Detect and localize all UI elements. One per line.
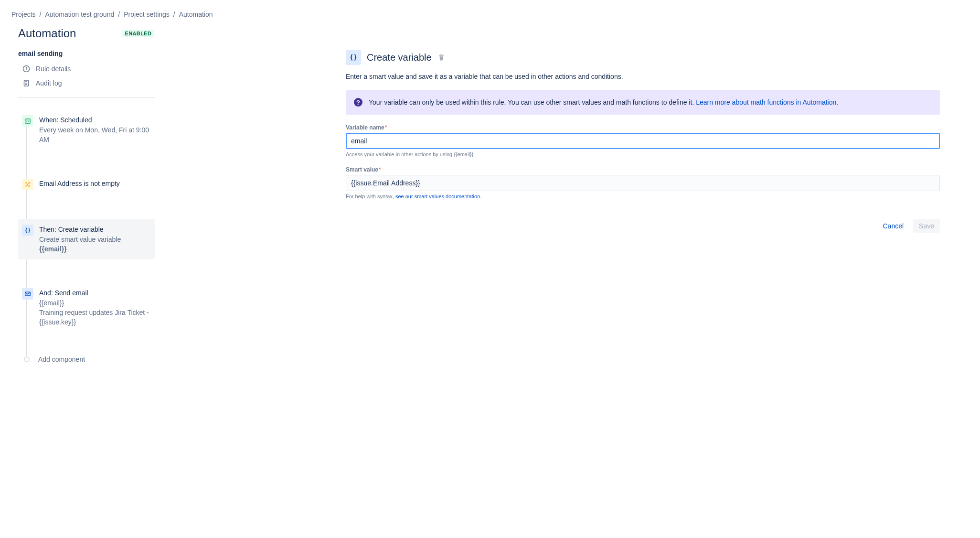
status-badge: ENABLED bbox=[122, 30, 154, 37]
svg-text:?: ? bbox=[356, 99, 360, 106]
flow-trigger[interactable]: When: Scheduled Every week on Mon, Wed, … bbox=[18, 109, 155, 150]
info-icon bbox=[22, 65, 30, 73]
cancel-button[interactable]: Cancel bbox=[877, 219, 909, 233]
flow-action-send-email[interactable]: And: Send email {{email}} Training reque… bbox=[18, 282, 155, 333]
breadcrumb-separator: / bbox=[118, 10, 120, 19]
variable-name-help: Access your variable in other actions by… bbox=[346, 151, 940, 158]
breadcrumb-project[interactable]: Automation test ground bbox=[45, 10, 114, 19]
flow-trigger-description: Every week on Mon, Wed, Fri at 9:00 AM bbox=[39, 126, 151, 144]
rule-details-label: Rule details bbox=[36, 65, 71, 73]
info-panel: ? Your variable can only be used within … bbox=[346, 90, 940, 115]
page-header: Automation ENABLED bbox=[11, 27, 969, 40]
shuffle-icon bbox=[22, 179, 33, 190]
document-icon bbox=[22, 79, 30, 87]
variable-name-label: Variable name* bbox=[346, 124, 940, 131]
flow-trigger-title: When: Scheduled bbox=[39, 116, 151, 124]
smart-value-docs-link[interactable]: see our smart values documentation. bbox=[395, 194, 481, 199]
audit-log-label: Audit log bbox=[36, 79, 62, 87]
breadcrumb-separator: / bbox=[40, 10, 42, 19]
panel-description: Enter a smart value and save it as a var… bbox=[346, 73, 940, 80]
flow-action1-title: Then: Create variable bbox=[39, 226, 151, 233]
svg-rect-10 bbox=[28, 121, 29, 122]
info-text: Your variable can only be used within th… bbox=[369, 98, 696, 106]
braces-icon bbox=[22, 225, 33, 236]
svg-rect-7 bbox=[25, 119, 31, 124]
save-button[interactable]: Save bbox=[913, 219, 940, 233]
svg-point-2 bbox=[26, 67, 27, 68]
flow-action-create-variable[interactable]: Then: Create variable Create smart value… bbox=[18, 219, 155, 259]
braces-icon bbox=[346, 50, 361, 65]
panel-title: Create variable bbox=[367, 52, 432, 63]
flow-condition[interactable]: Email Address is not empty bbox=[18, 173, 155, 196]
delete-icon[interactable] bbox=[437, 54, 445, 61]
breadcrumb-separator: / bbox=[173, 10, 175, 19]
calendar-icon bbox=[22, 115, 33, 127]
add-component-button[interactable]: Add component bbox=[18, 355, 155, 363]
flow-action1-description: Create smart value variable {{email}} bbox=[39, 235, 151, 254]
rule-flow: When: Scheduled Every week on Mon, Wed, … bbox=[18, 109, 155, 363]
rule-details-link[interactable]: Rule details bbox=[18, 63, 155, 75]
flow-action2-description: {{email}} Training request updates Jira … bbox=[39, 299, 151, 327]
rule-sidebar: email sending Rule details Audit log bbox=[11, 50, 155, 363]
flow-condition-title: Email Address is not empty bbox=[39, 180, 151, 187]
breadcrumb-project-settings[interactable]: Project settings bbox=[124, 10, 170, 19]
audit-log-link[interactable]: Audit log bbox=[18, 77, 155, 89]
add-node-icon bbox=[24, 356, 30, 362]
page-title: Automation bbox=[18, 27, 76, 40]
rule-name: email sending bbox=[18, 50, 155, 57]
divider bbox=[18, 97, 155, 98]
component-config-panel: Create variable Enter a smart value and … bbox=[155, 50, 969, 363]
smart-value-input[interactable] bbox=[346, 175, 940, 191]
flow-action2-title: And: Send email bbox=[39, 289, 151, 297]
breadcrumb-projects[interactable]: Projects bbox=[11, 10, 36, 19]
help-icon: ? bbox=[353, 97, 363, 107]
add-component-label: Add component bbox=[38, 355, 85, 363]
button-row: Cancel Save bbox=[346, 219, 940, 233]
mail-icon bbox=[22, 288, 33, 300]
variable-name-input[interactable] bbox=[346, 133, 940, 149]
svg-rect-9 bbox=[26, 121, 27, 122]
info-link[interactable]: Learn more about math functions in Autom… bbox=[696, 98, 838, 106]
smart-value-help: For help with syntax, see our smart valu… bbox=[346, 193, 940, 200]
breadcrumb: Projects / Automation test ground / Proj… bbox=[11, 10, 969, 19]
required-indicator: * bbox=[379, 166, 381, 173]
required-indicator: * bbox=[385, 124, 387, 131]
breadcrumb-current: Automation bbox=[179, 10, 213, 19]
smart-value-label: Smart value* bbox=[346, 166, 940, 173]
